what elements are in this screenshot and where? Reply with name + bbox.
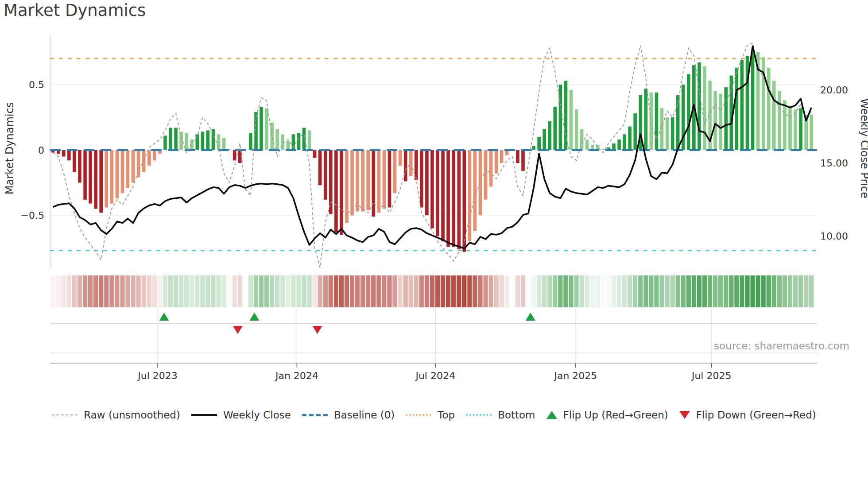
heatmap-cell bbox=[804, 275, 808, 307]
heatmap-cell bbox=[676, 275, 680, 307]
oscillator-bar bbox=[302, 128, 306, 150]
legend-item-weekly-close: Weekly Close bbox=[191, 409, 291, 421]
heatmap-cell bbox=[809, 275, 814, 307]
heatmap-cell bbox=[601, 275, 605, 307]
heatmap-cell bbox=[174, 275, 178, 307]
heatmap-cell bbox=[617, 275, 621, 307]
heatmap-cell bbox=[179, 275, 183, 307]
oscillator-bar bbox=[537, 137, 541, 150]
oscillator-bar bbox=[698, 62, 701, 150]
heatmap-cell bbox=[296, 275, 301, 307]
oscillator-bar bbox=[287, 141, 290, 150]
heatmap-cell bbox=[638, 275, 643, 307]
oscillator-bar bbox=[329, 150, 333, 214]
x-tick-label: Jan 2025 bbox=[553, 370, 597, 381]
oscillator-bar bbox=[393, 150, 397, 193]
oscillator-bar bbox=[489, 150, 493, 187]
heatmap-cell bbox=[243, 275, 248, 307]
heatmap-cell bbox=[350, 275, 354, 307]
oscillator-bar bbox=[564, 81, 568, 150]
heatmap-cell bbox=[665, 275, 670, 307]
heatmap-cell bbox=[222, 275, 226, 307]
heatmap-cell bbox=[264, 275, 269, 307]
heatmap-cell bbox=[734, 275, 739, 307]
heatmap-cell bbox=[521, 275, 525, 307]
oscillator-bar bbox=[377, 150, 381, 213]
heatmap-cell bbox=[574, 275, 579, 307]
heatmap-cell bbox=[547, 275, 552, 307]
oscillator-bar bbox=[132, 150, 135, 183]
oscillator-bar bbox=[500, 150, 504, 163]
heatmap-cell bbox=[275, 275, 279, 307]
heatmap-cell bbox=[184, 275, 189, 307]
heatmap-cell bbox=[291, 275, 295, 307]
oscillator-bar bbox=[324, 150, 327, 200]
heatmap-cell bbox=[259, 275, 264, 307]
right-axis-title: Weekly Close Price bbox=[858, 98, 868, 198]
heatmap-cell bbox=[643, 275, 648, 307]
oscillator-bar bbox=[436, 150, 439, 236]
heatmap-cell bbox=[302, 275, 306, 307]
oscillator-bar bbox=[105, 150, 108, 208]
heatmap-cell bbox=[376, 275, 381, 307]
heatmap-cell bbox=[78, 275, 82, 307]
heatmap-cell bbox=[718, 275, 723, 307]
heatmap-cell bbox=[51, 275, 55, 307]
oscillator-bar bbox=[446, 150, 450, 247]
left-tick-label: −0.5 bbox=[21, 210, 44, 221]
heatmap-cell bbox=[227, 275, 232, 307]
heatmap-cell bbox=[88, 275, 93, 307]
heatmap-cell bbox=[697, 275, 701, 307]
heatmap-cell bbox=[158, 275, 162, 307]
legend-item-flip-down: Flip Down (Green→Red) bbox=[679, 409, 816, 421]
oscillator-bar bbox=[361, 150, 364, 212]
flip-up-marker bbox=[159, 313, 169, 321]
heatmap-cell bbox=[654, 275, 659, 307]
x-tick-label: Jul 2023 bbox=[137, 370, 178, 381]
heatmap-cell bbox=[152, 275, 157, 307]
oscillator-bar bbox=[687, 74, 690, 150]
heatmap-cell bbox=[505, 275, 509, 307]
oscillator-bar bbox=[260, 107, 263, 150]
oscillator-bar bbox=[676, 95, 680, 150]
heatmap-cell bbox=[125, 275, 130, 307]
heatmap-cell bbox=[120, 275, 124, 307]
heatmap-cell bbox=[756, 275, 760, 307]
oscillator-bar bbox=[575, 109, 578, 150]
oscillator-bar bbox=[383, 150, 386, 209]
heatmap-cell bbox=[692, 275, 696, 307]
heatmap-cell bbox=[751, 275, 755, 307]
oscillator-bar bbox=[340, 150, 343, 235]
oscillator-bar bbox=[89, 150, 92, 204]
oscillator-bar bbox=[778, 91, 781, 150]
heatmap-cell bbox=[537, 275, 541, 307]
heatmap-cell bbox=[767, 275, 771, 307]
heatmap-cell bbox=[248, 275, 253, 307]
heatmap-cell bbox=[334, 275, 338, 307]
oscillator-bar bbox=[457, 150, 461, 249]
heatmap-cell bbox=[729, 275, 733, 307]
oscillator-bar bbox=[78, 150, 81, 183]
oscillator-bar bbox=[126, 150, 130, 188]
oscillator-bar bbox=[585, 139, 589, 150]
oscillator-bar bbox=[468, 150, 472, 242]
oscillator-bar bbox=[67, 150, 71, 161]
heatmap-cell bbox=[211, 275, 215, 307]
heatmap-cell bbox=[419, 275, 424, 307]
legend-label: Raw (unsmoothed) bbox=[84, 409, 180, 421]
oscillator-bar bbox=[548, 121, 552, 150]
heatmap-cell bbox=[142, 275, 146, 307]
heatmap-cell bbox=[612, 275, 616, 307]
oscillator-bar bbox=[633, 113, 637, 150]
oscillator-bar bbox=[249, 133, 252, 150]
heatmap-cell bbox=[307, 275, 312, 307]
heatmap-cell bbox=[318, 275, 322, 307]
oscillator-bar bbox=[147, 150, 151, 166]
oscillator-bar bbox=[356, 150, 359, 212]
oscillator-bar bbox=[425, 150, 429, 216]
legend: Raw (unsmoothed)Weekly CloseBaseline (0)… bbox=[0, 409, 868, 421]
heatmap-cell bbox=[708, 275, 712, 307]
x-tick-label: Jul 2024 bbox=[415, 370, 455, 381]
heatmap-cell bbox=[724, 275, 728, 307]
heatmap-cell bbox=[147, 275, 151, 307]
